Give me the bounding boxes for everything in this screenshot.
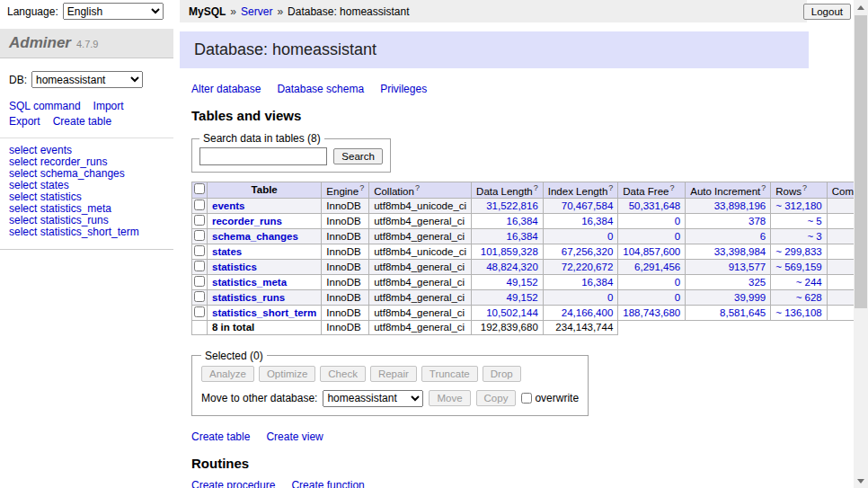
database-schema-link[interactable]: Database schema — [277, 83, 364, 95]
column-help-link[interactable]: ? — [669, 183, 674, 192]
table-name-link[interactable]: statistics_meta — [212, 277, 287, 288]
column-help-link[interactable]: ? — [534, 183, 538, 192]
table-name-link[interactable]: statistics_runs — [212, 292, 285, 303]
rows-count-link[interactable]: ~ 628 — [796, 292, 822, 303]
overwrite-checkbox[interactable] — [521, 393, 532, 404]
export-link[interactable]: Export — [9, 114, 40, 129]
total-collation: utf8mb4_general_ci — [369, 320, 472, 334]
cell-name: schema_changes — [208, 228, 322, 244]
rows-count-link[interactable]: ~ 5 — [807, 216, 821, 226]
table-name-link[interactable]: events — [212, 200, 244, 211]
scrollbar-up-button[interactable] — [854, 0, 868, 14]
breadcrumb-server-link[interactable]: Server — [241, 5, 272, 18]
drop-button[interactable]: Drop — [483, 366, 521, 382]
move-database-select[interactable]: homeassistant — [323, 390, 423, 407]
rows-count-link[interactable]: ~ 569,159 — [775, 262, 821, 272]
row-checkbox[interactable] — [194, 245, 205, 256]
sidebar: Adminer 4.7.9 DB: homeassistant SQL comm… — [0, 22, 173, 250]
row-checkbox[interactable] — [194, 215, 205, 226]
sql-command-link[interactable]: SQL command — [9, 99, 81, 114]
column-help-link[interactable]: ? — [359, 183, 364, 192]
cell-rows: ~ 628 — [771, 289, 827, 305]
privileges-link[interactable]: Privileges — [380, 83, 427, 95]
scrollbar-down-button[interactable] — [854, 474, 868, 488]
column-header: Table — [208, 182, 322, 199]
table-create-links: Create table Create view — [191, 430, 809, 443]
table-name-link[interactable]: recorder_runs — [212, 216, 282, 226]
table-name-link[interactable]: statistics_short_term — [212, 307, 316, 318]
cell-name: states — [208, 244, 322, 259]
optimize-button[interactable]: Optimize — [259, 366, 315, 382]
scrollbar-thumb[interactable] — [855, 15, 867, 308]
overwrite-option: overwrite — [521, 392, 579, 404]
column-header: Data Free? — [618, 182, 686, 199]
create-table-link-sidebar[interactable]: Create table — [53, 114, 111, 129]
truncate-button[interactable]: Truncate — [421, 366, 478, 382]
rows-count-link[interactable]: ~ 136,108 — [775, 307, 821, 318]
search-input[interactable] — [199, 147, 327, 165]
create-table-link[interactable]: Create table — [191, 430, 250, 443]
app-version: 4.7.9 — [76, 39, 98, 49]
routines-heading: Routines — [191, 456, 809, 471]
create-procedure-link[interactable]: Create procedure — [191, 479, 275, 488]
scrollbar[interactable] — [854, 0, 868, 488]
rows-count-link[interactable]: ~ 3 — [807, 231, 821, 242]
row-checkbox[interactable] — [194, 306, 205, 317]
rows-count-link[interactable]: ~ 299,833 — [775, 246, 821, 257]
db-select[interactable]: homeassistant — [31, 71, 143, 88]
column-help-link[interactable]: ? — [761, 183, 766, 192]
total-label: 8 in total — [208, 320, 322, 334]
cell-data_free: 0 — [618, 289, 686, 305]
breadcrumb-separator: » — [230, 5, 236, 18]
select-all-checkbox[interactable] — [194, 183, 205, 194]
row-checkbox[interactable] — [194, 291, 205, 302]
import-link[interactable]: Import — [93, 99, 124, 114]
adminer-app: Language: English MySQL » Server » Datab… — [0, 0, 868, 488]
cell-engine: InnoDB — [322, 213, 369, 228]
row-checkbox-cell — [192, 289, 208, 305]
column-help-link[interactable]: ? — [608, 183, 613, 192]
table-name-link[interactable]: schema_changes — [212, 231, 298, 242]
sidebar-links: SQL command Import Export Create table — [0, 99, 173, 138]
rows-count-link[interactable]: ~ 244 — [796, 277, 822, 288]
cell-auto_increment: 325 — [686, 274, 771, 289]
row-checkbox[interactable] — [194, 200, 205, 210]
column-header: Rows? — [771, 182, 827, 199]
move-button[interactable]: Move — [429, 390, 470, 406]
column-help-link[interactable]: ? — [415, 183, 420, 192]
check-button[interactable]: Check — [320, 366, 366, 382]
column-header: Engine? — [322, 182, 369, 199]
row-checkbox[interactable] — [194, 230, 205, 241]
table-name-link[interactable]: states — [212, 246, 242, 257]
column-help-link[interactable]: ? — [802, 183, 807, 192]
table-name-link[interactable]: statistics — [212, 262, 257, 272]
cell-engine: InnoDB — [322, 305, 369, 320]
cell-auto_increment: 6 — [686, 228, 771, 244]
total-data-length: 192,839,680 — [472, 320, 544, 334]
alter-database-link[interactable]: Alter database — [191, 83, 261, 95]
create-view-link[interactable]: Create view — [266, 430, 323, 443]
table-row: statesInnoDButf8mb4_unicode_ci101,859,32… — [192, 244, 868, 259]
table-row: statisticsInnoDButf8mb4_general_ci48,824… — [192, 259, 868, 274]
move-label: Move to other database: — [201, 392, 317, 404]
logout-button[interactable]: Logout — [803, 4, 851, 20]
cell-data_length: 101,859,328 — [472, 244, 544, 259]
analyze-button[interactable]: Analyze — [201, 366, 254, 382]
row-checkbox[interactable] — [194, 276, 205, 287]
rows-count-link[interactable]: ~ 312,180 — [775, 200, 821, 211]
row-checkbox[interactable] — [194, 261, 205, 271]
language-select[interactable]: English — [63, 3, 164, 20]
cell-data_length: 49,152 — [472, 274, 544, 289]
column-header-label: Rows — [775, 186, 802, 197]
cell-engine: InnoDB — [322, 244, 369, 259]
cell-index_length: 0 — [543, 289, 618, 305]
sidebar-table-link[interactable]: select statistics_short_term — [9, 226, 164, 238]
cell-auto_increment: 913,577 — [686, 259, 771, 274]
copy-button[interactable]: Copy — [476, 390, 517, 406]
cell-rows: ~ 299,833 — [771, 244, 827, 259]
create-function-link[interactable]: Create function — [291, 479, 364, 488]
repair-button[interactable]: Repair — [370, 366, 417, 382]
cell-rows: ~ 3 — [771, 228, 827, 244]
search-button[interactable]: Search — [333, 148, 382, 164]
cell-index_length: 0 — [543, 228, 618, 244]
